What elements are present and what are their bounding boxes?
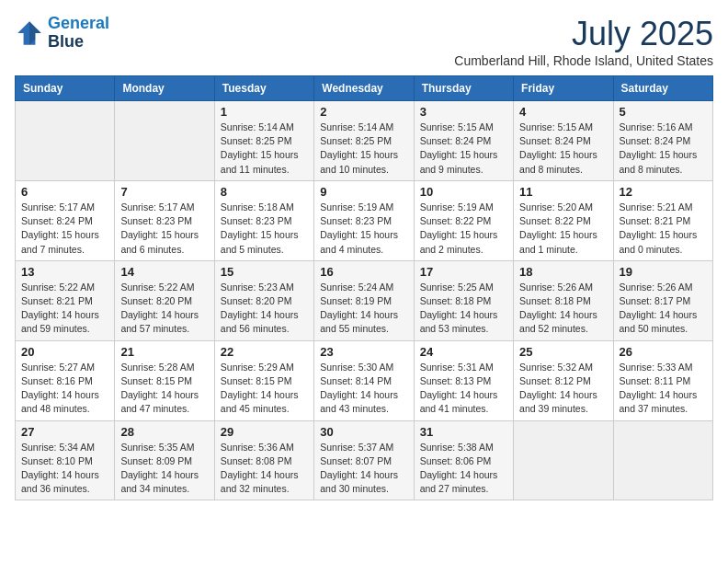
month-title: July 2025 [454, 15, 713, 53]
weekday-header: Tuesday [214, 76, 313, 101]
weekday-header: Wednesday [314, 76, 414, 101]
calendar-week-row: 1Sunrise: 5:14 AM Sunset: 8:25 PM Daylig… [16, 101, 713, 181]
logo-text: General Blue [48, 15, 109, 52]
day-info: Sunrise: 5:26 AM Sunset: 8:18 PM Dayligh… [519, 281, 607, 337]
day-number: 21 [120, 345, 208, 359]
day-info: Sunrise: 5:26 AM Sunset: 8:17 PM Dayligh… [620, 281, 707, 337]
day-info: Sunrise: 5:28 AM Sunset: 8:15 PM Dayligh… [120, 361, 208, 417]
day-number: 25 [519, 345, 607, 359]
day-info: Sunrise: 5:38 AM Sunset: 8:06 PM Dayligh… [420, 441, 507, 497]
day-info: Sunrise: 5:15 AM Sunset: 8:24 PM Dayligh… [420, 121, 507, 177]
day-info: Sunrise: 5:29 AM Sunset: 8:15 PM Dayligh… [221, 361, 308, 417]
calendar-day-cell: 28Sunrise: 5:35 AM Sunset: 8:09 PM Dayli… [115, 420, 214, 500]
weekday-header: Monday [115, 76, 214, 101]
day-info: Sunrise: 5:30 AM Sunset: 8:14 PM Dayligh… [320, 361, 407, 417]
day-info: Sunrise: 5:27 AM Sunset: 8:16 PM Dayligh… [21, 361, 108, 417]
calendar-day-cell [613, 420, 712, 500]
calendar-day-cell: 14Sunrise: 5:22 AM Sunset: 8:20 PM Dayli… [115, 260, 214, 340]
day-number: 13 [21, 265, 108, 279]
calendar-day-cell: 10Sunrise: 5:19 AM Sunset: 8:22 PM Dayli… [414, 180, 513, 260]
day-number: 15 [221, 265, 308, 279]
calendar-day-cell: 15Sunrise: 5:23 AM Sunset: 8:20 PM Dayli… [214, 260, 313, 340]
day-number: 22 [221, 345, 308, 359]
day-number: 12 [620, 185, 707, 199]
day-number: 10 [420, 185, 507, 199]
calendar-day-cell: 19Sunrise: 5:26 AM Sunset: 8:17 PM Dayli… [613, 260, 712, 340]
calendar-day-cell: 26Sunrise: 5:33 AM Sunset: 8:11 PM Dayli… [613, 340, 712, 420]
day-number: 11 [519, 185, 607, 199]
day-info: Sunrise: 5:34 AM Sunset: 8:10 PM Dayligh… [21, 441, 108, 497]
calendar-day-cell: 24Sunrise: 5:31 AM Sunset: 8:13 PM Dayli… [414, 340, 513, 420]
day-number: 5 [620, 105, 707, 119]
calendar-day-cell: 7Sunrise: 5:17 AM Sunset: 8:23 PM Daylig… [115, 180, 214, 260]
calendar-table: SundayMondayTuesdayWednesdayThursdayFrid… [15, 75, 713, 500]
day-number: 3 [420, 105, 507, 119]
calendar-day-cell: 9Sunrise: 5:19 AM Sunset: 8:23 PM Daylig… [314, 180, 414, 260]
day-info: Sunrise: 5:32 AM Sunset: 8:12 PM Dayligh… [519, 361, 607, 417]
calendar-day-cell: 21Sunrise: 5:28 AM Sunset: 8:15 PM Dayli… [115, 340, 214, 420]
calendar-day-cell: 6Sunrise: 5:17 AM Sunset: 8:24 PM Daylig… [16, 180, 115, 260]
calendar-day-cell [514, 420, 613, 500]
day-info: Sunrise: 5:21 AM Sunset: 8:21 PM Dayligh… [620, 201, 707, 257]
day-number: 24 [420, 345, 507, 359]
calendar-day-cell [115, 101, 214, 181]
calendar-day-cell: 13Sunrise: 5:22 AM Sunset: 8:21 PM Dayli… [16, 260, 115, 340]
calendar-day-cell: 5Sunrise: 5:16 AM Sunset: 8:24 PM Daylig… [613, 101, 712, 181]
calendar-day-cell: 25Sunrise: 5:32 AM Sunset: 8:12 PM Dayli… [514, 340, 613, 420]
day-number: 18 [519, 265, 607, 279]
calendar-day-cell: 18Sunrise: 5:26 AM Sunset: 8:18 PM Dayli… [514, 260, 613, 340]
calendar-day-cell: 23Sunrise: 5:30 AM Sunset: 8:14 PM Dayli… [314, 340, 414, 420]
day-info: Sunrise: 5:18 AM Sunset: 8:23 PM Dayligh… [221, 201, 308, 257]
day-number: 27 [21, 425, 108, 439]
day-number: 1 [221, 105, 308, 119]
day-number: 20 [21, 345, 108, 359]
day-info: Sunrise: 5:22 AM Sunset: 8:21 PM Dayligh… [21, 281, 108, 337]
calendar-week-row: 27Sunrise: 5:34 AM Sunset: 8:10 PM Dayli… [16, 420, 713, 500]
calendar-day-cell: 30Sunrise: 5:37 AM Sunset: 8:07 PM Dayli… [314, 420, 414, 500]
calendar-week-row: 13Sunrise: 5:22 AM Sunset: 8:21 PM Dayli… [16, 260, 713, 340]
day-info: Sunrise: 5:22 AM Sunset: 8:20 PM Dayligh… [120, 281, 208, 337]
calendar-day-cell: 1Sunrise: 5:14 AM Sunset: 8:25 PM Daylig… [214, 101, 313, 181]
day-number: 31 [420, 425, 507, 439]
calendar-day-cell: 31Sunrise: 5:38 AM Sunset: 8:06 PM Dayli… [414, 420, 513, 500]
day-info: Sunrise: 5:24 AM Sunset: 8:19 PM Dayligh… [320, 281, 407, 337]
calendar-week-row: 20Sunrise: 5:27 AM Sunset: 8:16 PM Dayli… [16, 340, 713, 420]
day-info: Sunrise: 5:17 AM Sunset: 8:24 PM Dayligh… [21, 201, 108, 257]
day-info: Sunrise: 5:16 AM Sunset: 8:24 PM Dayligh… [620, 121, 707, 177]
page-header: General Blue July 2025 Cumberland Hill, … [15, 15, 713, 68]
weekday-header: Friday [514, 76, 613, 101]
logo-icon [15, 18, 44, 48]
day-number: 7 [120, 185, 208, 199]
calendar-day-cell: 12Sunrise: 5:21 AM Sunset: 8:21 PM Dayli… [613, 180, 712, 260]
day-number: 23 [320, 345, 407, 359]
calendar-day-cell: 4Sunrise: 5:15 AM Sunset: 8:24 PM Daylig… [514, 101, 613, 181]
calendar-day-cell: 27Sunrise: 5:34 AM Sunset: 8:10 PM Dayli… [16, 420, 115, 500]
day-info: Sunrise: 5:19 AM Sunset: 8:23 PM Dayligh… [320, 201, 407, 257]
calendar-day-cell: 2Sunrise: 5:14 AM Sunset: 8:25 PM Daylig… [314, 101, 414, 181]
day-number: 17 [420, 265, 507, 279]
day-info: Sunrise: 5:14 AM Sunset: 8:25 PM Dayligh… [320, 121, 407, 177]
weekday-header: Thursday [414, 76, 513, 101]
day-number: 9 [320, 185, 407, 199]
calendar-day-cell: 3Sunrise: 5:15 AM Sunset: 8:24 PM Daylig… [414, 101, 513, 181]
logo: General Blue [15, 15, 109, 52]
calendar-day-cell: 20Sunrise: 5:27 AM Sunset: 8:16 PM Dayli… [16, 340, 115, 420]
day-number: 6 [21, 185, 108, 199]
calendar-header-row: SundayMondayTuesdayWednesdayThursdayFrid… [16, 76, 713, 101]
svg-marker-1 [29, 21, 41, 45]
day-number: 30 [320, 425, 407, 439]
day-info: Sunrise: 5:35 AM Sunset: 8:09 PM Dayligh… [120, 441, 208, 497]
day-number: 14 [120, 265, 208, 279]
day-info: Sunrise: 5:19 AM Sunset: 8:22 PM Dayligh… [420, 201, 507, 257]
day-number: 28 [120, 425, 208, 439]
calendar-day-cell: 16Sunrise: 5:24 AM Sunset: 8:19 PM Dayli… [314, 260, 414, 340]
day-number: 8 [221, 185, 308, 199]
day-number: 29 [221, 425, 308, 439]
title-block: July 2025 Cumberland Hill, Rhode Island,… [454, 15, 713, 68]
day-info: Sunrise: 5:31 AM Sunset: 8:13 PM Dayligh… [420, 361, 507, 417]
day-number: 4 [519, 105, 607, 119]
weekday-header: Saturday [613, 76, 712, 101]
day-number: 16 [320, 265, 407, 279]
calendar-week-row: 6Sunrise: 5:17 AM Sunset: 8:24 PM Daylig… [16, 180, 713, 260]
calendar-day-cell: 17Sunrise: 5:25 AM Sunset: 8:18 PM Dayli… [414, 260, 513, 340]
